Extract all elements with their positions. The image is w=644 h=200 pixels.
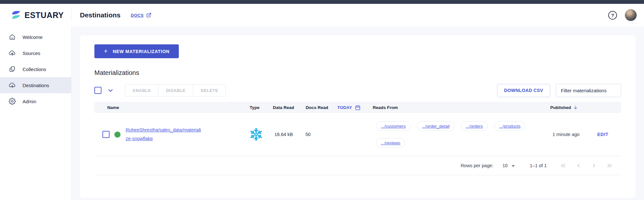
materializations-table: Name Type Data Read Docs Read TODAY bbox=[94, 102, 621, 175]
docs-link-label: DOCS bbox=[131, 13, 144, 18]
estuary-logo-icon bbox=[11, 10, 22, 21]
collection-chip[interactable]: .../reviews bbox=[376, 138, 405, 148]
question-mark-icon: ? bbox=[611, 13, 614, 18]
collection-chip-label: .../orders bbox=[466, 124, 483, 129]
pagination-bar: Rows per page: 10 1–1 of 1 bbox=[94, 156, 621, 175]
gear-icon bbox=[9, 98, 16, 105]
column-header-name[interactable]: Name bbox=[94, 105, 240, 110]
reads-from-chips: .../customers .../order_detail .../order… bbox=[376, 121, 544, 148]
main-content: + NEW MATERIALIZATION Materializations E… bbox=[72, 26, 644, 200]
bulk-action-group: ENABLE DISABLE DELETE bbox=[125, 84, 226, 96]
sidebar-item-label: Collections bbox=[23, 67, 46, 72]
docs-link[interactable]: DOCS bbox=[131, 13, 151, 18]
column-header-published[interactable]: Published bbox=[544, 105, 590, 110]
sidebar-item-label: Destinations bbox=[23, 83, 49, 88]
user-avatar[interactable] bbox=[625, 9, 637, 21]
first-page-button[interactable] bbox=[560, 162, 567, 169]
snowflake-connector-icon bbox=[249, 127, 263, 141]
stats-range-selector[interactable]: TODAY bbox=[333, 105, 369, 110]
dropdown-arrow-icon bbox=[512, 165, 515, 167]
sidebar-item-label: Welcome bbox=[23, 34, 43, 40]
sidebar-item-destinations[interactable]: Destinations bbox=[0, 77, 71, 93]
sidebar-item-label: Sources bbox=[23, 50, 40, 56]
materialization-name-link[interactable]: RuheeShrestha/sales_data/materialize-sno… bbox=[126, 126, 202, 143]
table-row: RuheeShrestha/sales_data/materialize-sno… bbox=[94, 113, 621, 156]
sidebar-item-collections[interactable]: Collections bbox=[0, 61, 71, 77]
sidebar-item-welcome[interactable]: Welcome bbox=[0, 29, 71, 45]
table-toolbar: ENABLE DISABLE DELETE DOWNLOAD CSV bbox=[94, 83, 621, 98]
new-materialization-label: NEW MATERIALIZATION bbox=[113, 49, 169, 54]
edit-link[interactable]: EDIT bbox=[597, 132, 608, 137]
sidebar-item-sources[interactable]: Sources bbox=[0, 45, 71, 61]
pagination-range: 1–1 of 1 bbox=[530, 163, 547, 168]
select-all-checkbox[interactable] bbox=[94, 87, 101, 94]
cloud-upload-icon bbox=[9, 50, 16, 57]
chevron-down-icon[interactable] bbox=[107, 87, 114, 94]
collection-chip[interactable]: .../orders bbox=[461, 121, 488, 131]
docs-read-value: 50 bbox=[303, 132, 333, 137]
brand-name: ESTUARY bbox=[24, 11, 64, 20]
column-header-reads-from: Reads From bbox=[369, 105, 544, 110]
collection-chip[interactable]: .../customers bbox=[376, 121, 410, 131]
last-page-button[interactable] bbox=[606, 162, 613, 169]
collection-chip-label: .../products bbox=[499, 124, 521, 129]
sidebar-item-admin[interactable]: Admin bbox=[0, 93, 71, 109]
published-value: 1 minute ago bbox=[544, 132, 590, 137]
external-link-icon bbox=[146, 13, 151, 18]
app-header: ESTUARY Destinations DOCS ? bbox=[0, 4, 644, 26]
cloud-download-icon bbox=[9, 82, 16, 89]
collection-chip-label: .../reviews bbox=[381, 141, 400, 145]
disable-button[interactable]: DISABLE bbox=[159, 84, 193, 96]
column-header-docs-read[interactable]: Docs Read bbox=[303, 105, 333, 110]
download-csv-button[interactable]: DOWNLOAD CSV bbox=[497, 84, 550, 97]
top-accent-bar bbox=[0, 0, 644, 4]
brand-logo[interactable]: ESTUARY bbox=[0, 10, 72, 21]
collection-chip-label: .../customers bbox=[381, 124, 406, 129]
sort-descending-arrow-icon bbox=[573, 105, 578, 110]
help-button[interactable]: ? bbox=[608, 11, 617, 20]
status-dot bbox=[114, 132, 120, 138]
previous-page-button[interactable] bbox=[575, 162, 582, 169]
materializations-card: + NEW MATERIALIZATION Materializations E… bbox=[80, 35, 636, 198]
plus-icon: + bbox=[104, 48, 108, 54]
next-page-button[interactable] bbox=[591, 162, 598, 169]
section-title: Materializations bbox=[94, 69, 621, 78]
delete-button[interactable]: DELETE bbox=[193, 84, 226, 96]
today-label: TODAY bbox=[337, 105, 352, 110]
rows-per-page-select[interactable]: 10 bbox=[502, 163, 514, 168]
rows-per-page-value: 10 bbox=[502, 163, 507, 168]
collection-chip[interactable]: .../order_detail bbox=[417, 121, 454, 131]
collection-chip-label: .../order_detail bbox=[422, 124, 449, 129]
collections-icon bbox=[9, 66, 16, 73]
header-divider bbox=[72, 9, 72, 21]
table-header-row: Name Type Data Read Docs Read TODAY bbox=[94, 102, 621, 113]
row-checkbox[interactable] bbox=[102, 131, 110, 138]
home-icon bbox=[9, 33, 16, 41]
data-read-value: 16.64 kB bbox=[269, 132, 303, 137]
column-header-data-read[interactable]: Data Read bbox=[269, 105, 303, 110]
sidebar: Welcome Sources Collections bbox=[0, 26, 72, 200]
enable-button[interactable]: ENABLE bbox=[125, 84, 159, 96]
column-header-type[interactable]: Type bbox=[240, 105, 269, 110]
sidebar-item-label: Admin bbox=[23, 99, 36, 104]
filter-materializations-input[interactable] bbox=[556, 84, 621, 97]
collection-chip[interactable]: .../products bbox=[494, 121, 525, 131]
page-title: Destinations bbox=[80, 11, 120, 19]
new-materialization-button[interactable]: + NEW MATERIALIZATION bbox=[94, 44, 179, 58]
rows-per-page-label: Rows per page: bbox=[461, 163, 494, 168]
calendar-icon bbox=[355, 105, 360, 110]
published-label: Published bbox=[550, 105, 571, 110]
